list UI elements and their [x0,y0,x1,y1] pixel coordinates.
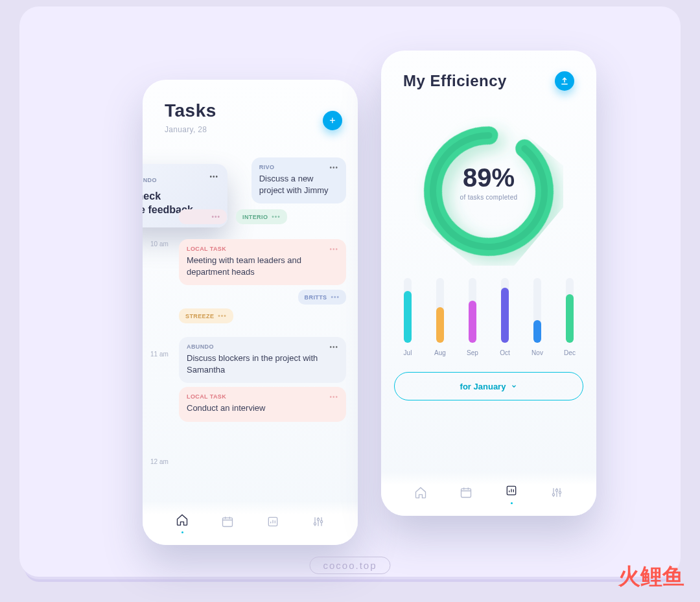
task-card[interactable]: LOCAL TASK ••• Conduct an interview [179,387,346,422]
calendar-icon [460,486,472,499]
task-tag: RIVO [259,164,338,170]
watermark: 火鲤鱼 [618,562,684,592]
task-tag: ABUNDO [187,343,338,350]
monthly-bar-chart: JulAugSepOctNovDec [391,285,586,356]
project-chip-streeze[interactable]: STREEZE••• [179,308,233,323]
canvas: Tasks January, 28 + ABUNDO ••• Check the… [19,6,681,577]
task-title: Discuss a new project with Jimmy [259,173,338,196]
brand-badge: cocoo.top [309,557,390,574]
bar-track [566,278,574,343]
tab-bar [381,472,596,516]
tab-home[interactable] [414,486,427,502]
bar-column[interactable]: Oct [495,278,515,356]
calendar-icon [221,515,234,528]
bar-column[interactable]: Dec [560,278,579,356]
tab-settings[interactable] [550,486,563,502]
tab-bar [143,501,358,545]
bar-column[interactable]: Aug [430,278,450,356]
home-icon [414,486,427,499]
svg-point-11 [559,491,561,493]
tab-stats[interactable] [266,515,279,531]
sliders-icon [550,486,563,499]
sliders-icon [312,515,325,528]
share-button[interactable] [555,71,574,91]
bar-column[interactable]: Nov [528,278,547,356]
tab-home[interactable] [176,513,189,533]
chart-icon [505,484,518,497]
task-card[interactable]: LOCAL TASK ••• Meeting with team leaders… [179,239,346,285]
chevron-down-icon [511,383,517,389]
bar-column[interactable]: Sep [463,278,482,356]
bar-fill [436,307,444,343]
svg-point-4 [320,520,322,522]
bar-column[interactable]: Jul [398,278,417,356]
task-card[interactable]: ABUNDO ••• Discuss blockers in the proje… [179,337,346,383]
bar-label: Aug [434,349,446,356]
tab-settings[interactable] [312,515,325,531]
svg-point-10 [555,489,557,491]
svg-point-9 [552,494,554,496]
bar-track [533,278,541,343]
time-marker: 12 am [150,458,169,465]
upload-icon [560,76,569,86]
task-title: Discuss blockers in the project with Sam… [187,353,338,375]
bar-fill [533,320,541,343]
bar-fill [404,291,412,343]
bar-label: Sep [467,349,478,356]
tasks-header: Tasks January, 28 [143,80,358,141]
page-title: Tasks [165,100,336,121]
chart-icon [266,515,279,528]
svg-rect-7 [461,489,471,497]
bar-fill [501,288,509,343]
project-chip-britts[interactable]: BRITTS••• [298,290,346,305]
bar-label: Nov [531,349,543,356]
bar-label: Oct [500,349,510,356]
more-icon[interactable]: ••• [211,213,220,220]
bar-fill [469,301,476,343]
more-icon[interactable]: ••• [329,393,338,400]
tab-calendar[interactable] [221,515,234,531]
more-icon[interactable]: ••• [329,164,338,171]
svg-point-3 [317,518,319,520]
svg-point-2 [314,523,316,525]
plus-icon: + [329,115,335,126]
month-selector[interactable]: for January [394,372,583,400]
more-icon[interactable]: ••• [272,213,281,220]
month-selector-label: for January [460,382,506,391]
svg-rect-0 [223,518,233,526]
task-title: Meeting with team leaders and department… [187,255,338,277]
timeline: RIVO ••• Discuss a new project with Jimm… [143,155,358,422]
time-marker: 10 am [150,240,169,248]
efficiency-header: My Efficiency [381,51,596,97]
more-icon[interactable]: ••• [218,312,227,319]
bar-track [404,278,412,343]
project-chip-hidden[interactable]: ••• [179,209,227,224]
project-chip-interio[interactable]: INTERIO••• [236,209,287,224]
more-icon[interactable]: ••• [329,246,338,253]
tab-calendar[interactable] [460,486,472,502]
efficiency-screen: My Efficiency 89% of tasks completed Jul… [381,51,596,516]
bar-track [469,278,476,343]
ring-center: 89% of tasks completed [414,163,563,201]
time-marker: 11 am [150,351,169,358]
bar-label: Jul [404,349,412,356]
task-title: Conduct an interview [187,402,338,414]
more-icon[interactable]: ••• [329,343,338,351]
task-tag: LOCAL TASK [187,393,338,400]
percent-sublabel: of tasks completed [414,194,563,201]
bar-fill [566,294,574,343]
tab-stats[interactable] [505,484,518,504]
task-card[interactable]: RIVO ••• Discuss a new project with Jimm… [251,157,346,203]
date-label: January, 28 [165,125,336,134]
task-tag: LOCAL TASK [187,246,338,252]
bar-track [436,278,444,343]
bar-track [501,278,509,343]
home-icon [176,513,189,526]
progress-ring: 89% of tasks completed [414,117,563,266]
tasks-screen: Tasks January, 28 + ABUNDO ••• Check the… [143,80,358,545]
more-icon[interactable]: ••• [331,294,340,301]
percent-value: 89% [414,163,563,192]
page-title: My Efficiency [403,72,507,90]
bar-label: Dec [564,349,576,356]
add-task-button[interactable]: + [323,111,342,130]
